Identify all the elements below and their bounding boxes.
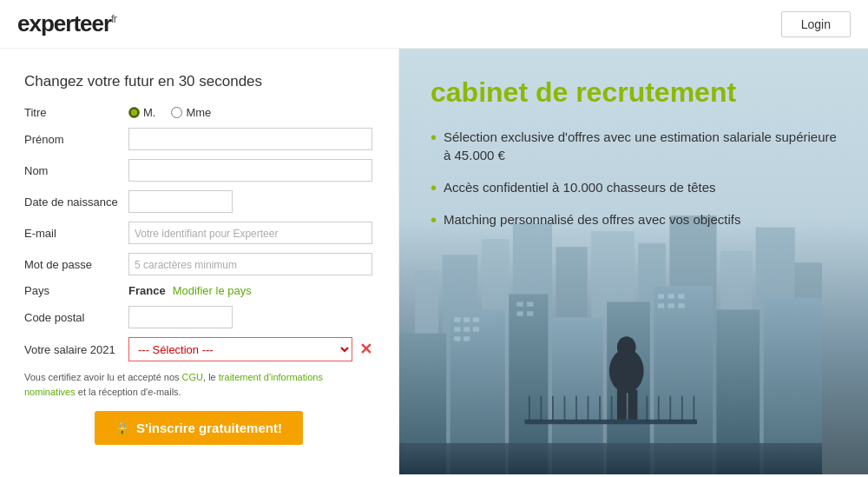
list-item: • Matching personnalisé des offres avec … xyxy=(431,210,837,229)
salary-row: Votre salaire 2021 --- Sélection --- Moi… xyxy=(24,337,372,361)
svg-rect-35 xyxy=(668,303,674,308)
list-item: • Accès confidentiel à 10.000 chasseurs … xyxy=(431,178,837,196)
terms-text: Vous certifiez avoir lu et accepté nos C… xyxy=(24,370,372,399)
logo-text: experteer xyxy=(17,10,111,36)
pays-label: Pays xyxy=(24,284,128,297)
dob-row: Date de naissance xyxy=(24,190,372,213)
svg-rect-43 xyxy=(575,396,577,421)
nom-label: Nom xyxy=(24,164,128,177)
right-panel: cabinet de recrutement • Sélection exclu… xyxy=(399,49,868,474)
svg-rect-57 xyxy=(628,390,638,420)
nom-row: Nom xyxy=(24,159,372,182)
code-postal-input[interactable] xyxy=(128,306,233,328)
bullet-text-1: Sélection exclusive d'offres avec une es… xyxy=(444,128,837,164)
dob-label: Date de naissance xyxy=(24,195,128,209)
titre-mme-radio[interactable] xyxy=(171,107,182,118)
svg-rect-30 xyxy=(527,311,533,315)
nom-input[interactable] xyxy=(128,159,372,182)
email-row: E-mail xyxy=(24,222,372,244)
traitement-link[interactable]: traitement d'informations nominatives xyxy=(24,372,323,397)
login-button[interactable]: Login xyxy=(781,11,851,37)
svg-rect-20 xyxy=(464,317,470,321)
svg-rect-22 xyxy=(454,327,460,331)
svg-rect-33 xyxy=(678,294,684,298)
svg-rect-29 xyxy=(516,311,523,315)
main-content: Changez votre futur en 30 secondes Titre… xyxy=(0,49,868,474)
svg-rect-25 xyxy=(454,336,460,341)
svg-rect-19 xyxy=(454,317,460,321)
svg-rect-40 xyxy=(540,396,542,421)
titre-row: Titre M. Mme xyxy=(24,106,372,119)
email-label: E-mail xyxy=(24,227,128,240)
bullet-text-3: Matching personnalisé des offres avec vo… xyxy=(444,210,740,229)
email-input[interactable] xyxy=(128,222,372,244)
prenom-row: Prénom xyxy=(24,128,372,150)
svg-rect-44 xyxy=(588,396,589,421)
password-row: Mot de passe xyxy=(24,253,372,275)
right-content: cabinet de recrutement • Sélection exclu… xyxy=(399,49,868,229)
svg-rect-49 xyxy=(646,396,648,421)
svg-rect-50 xyxy=(658,396,660,421)
svg-rect-34 xyxy=(658,303,664,308)
cabinet-title: cabinet de recrutement xyxy=(431,76,837,109)
submit-button[interactable]: 🔒 S'inscrire gratuitement! xyxy=(95,411,303,445)
titre-m-label[interactable]: M. xyxy=(128,106,155,119)
titre-label: Titre xyxy=(24,106,128,119)
pays-value: France xyxy=(128,284,166,297)
svg-rect-21 xyxy=(473,317,479,321)
bullet-list: • Sélection exclusive d'offres avec une … xyxy=(431,128,837,229)
titre-mme-text: Mme xyxy=(186,106,211,119)
svg-rect-26 xyxy=(464,336,470,341)
form-title: Changez votre futur en 30 secondes xyxy=(24,73,372,90)
salary-select[interactable]: --- Sélection --- Moins de 45 000 € 45 0… xyxy=(128,337,352,361)
bullet-text-2: Accès confidentiel à 10.000 chasseurs de… xyxy=(444,178,716,196)
prenom-label: Prénom xyxy=(24,133,128,146)
bullet-dot-2: • xyxy=(431,179,437,196)
bullet-dot-1: • xyxy=(431,129,437,146)
form-panel: Changez votre futur en 30 secondes Titre… xyxy=(0,49,399,474)
svg-rect-46 xyxy=(611,396,613,421)
password-input[interactable] xyxy=(128,253,372,275)
code-postal-row: Code postal xyxy=(24,306,372,328)
svg-point-55 xyxy=(617,336,636,358)
logo-sup: fr xyxy=(111,12,116,25)
titre-m-text: M. xyxy=(143,106,155,119)
svg-rect-42 xyxy=(564,396,566,421)
svg-rect-37 xyxy=(399,443,822,474)
svg-rect-45 xyxy=(599,396,601,421)
submit-label: S'inscrire gratuitement! xyxy=(136,421,282,435)
logo: experteerfr xyxy=(17,10,116,37)
lock-icon: 🔒 xyxy=(115,421,129,435)
pays-row: Pays France Modifier le pays xyxy=(24,284,372,297)
salary-label: Votre salaire 2021 xyxy=(24,343,128,356)
svg-rect-23 xyxy=(464,327,470,331)
prenom-input[interactable] xyxy=(128,128,372,150)
salary-clear-icon[interactable]: ✕ xyxy=(359,341,372,357)
svg-rect-28 xyxy=(527,301,533,306)
svg-rect-39 xyxy=(529,396,530,421)
header: experteerfr Login xyxy=(0,0,868,49)
svg-rect-51 xyxy=(669,396,671,421)
titre-mme-label[interactable]: Mme xyxy=(171,106,211,119)
bullet-dot-3: • xyxy=(431,211,437,229)
svg-rect-36 xyxy=(678,303,684,308)
salary-container: --- Sélection --- Moins de 45 000 € 45 0… xyxy=(128,337,372,361)
modifier-pays-link[interactable]: Modifier le pays xyxy=(173,284,252,297)
password-label: Mot de passe xyxy=(24,258,128,271)
svg-rect-56 xyxy=(617,390,627,420)
svg-rect-52 xyxy=(681,396,683,421)
dob-input[interactable] xyxy=(128,190,233,213)
cgu-link[interactable]: CGU xyxy=(182,372,203,382)
titre-m-radio[interactable] xyxy=(128,107,140,118)
svg-rect-31 xyxy=(658,294,664,298)
titre-radio-group: M. Mme xyxy=(128,106,211,119)
svg-rect-27 xyxy=(516,301,523,306)
svg-rect-53 xyxy=(693,396,694,421)
code-postal-label: Code postal xyxy=(24,311,128,324)
svg-rect-32 xyxy=(668,294,674,298)
list-item: • Sélection exclusive d'offres avec une … xyxy=(431,128,837,164)
svg-rect-41 xyxy=(552,396,554,421)
svg-rect-24 xyxy=(473,327,479,331)
